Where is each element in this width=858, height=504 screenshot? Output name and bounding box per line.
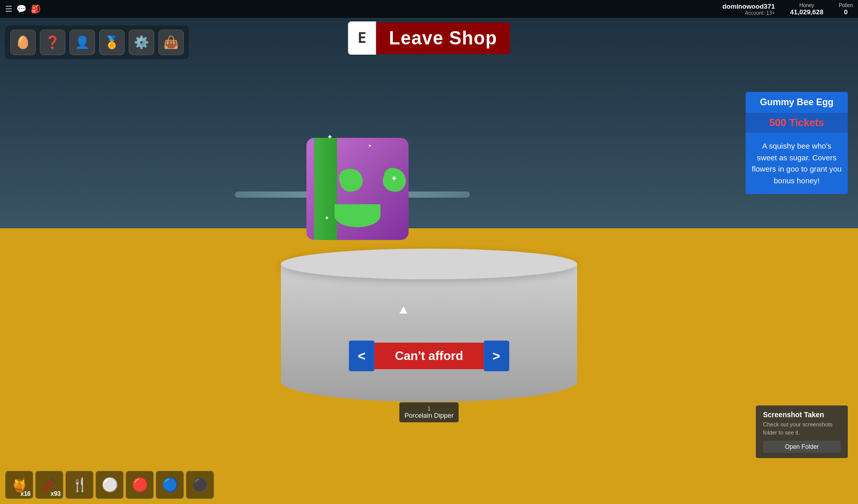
- cube-stripe: [314, 138, 337, 240]
- menu-icon[interactable]: ☰: [5, 4, 12, 14]
- shop-controls: < Can't afford >: [349, 341, 509, 371]
- player-name: dominowood371: [723, 3, 775, 10]
- pedestal-body: [281, 264, 577, 402]
- hotbar-item5[interactable]: 🔴: [126, 471, 154, 499]
- sparkle-2: ✦: [368, 143, 372, 149]
- cube-body: [306, 138, 409, 240]
- hotbar-item4[interactable]: ⚪: [96, 471, 124, 499]
- sparkle-3: ✦: [391, 174, 397, 183]
- egg-toolbar-icon[interactable]: 🥚: [10, 30, 36, 55]
- pedestal: [281, 249, 577, 402]
- screenshot-notification: Screenshot Taken Check out your screensh…: [756, 405, 848, 458]
- next-item-button[interactable]: >: [484, 341, 509, 371]
- chat-icon[interactable]: 💬: [16, 4, 27, 14]
- leave-shop-button[interactable]: E Leave Shop: [348, 21, 510, 55]
- backpack-icon[interactable]: 🎒: [31, 4, 41, 14]
- quest-toolbar-icon[interactable]: ❓: [40, 30, 65, 55]
- hotbar-item7[interactable]: ⚫: [186, 471, 214, 499]
- screenshot-title: Screenshot Taken: [763, 411, 841, 419]
- leave-shop-key: E: [348, 21, 376, 55]
- leave-shop-label: Leave Shop: [376, 22, 510, 54]
- item-info-panel: Gummy Bee Egg 500 Tickets A squishy bee …: [746, 92, 848, 194]
- prev-item-button[interactable]: <: [349, 341, 374, 371]
- pollen-value: 0: [839, 8, 853, 16]
- hotbar-honey[interactable]: 🍯 x16: [5, 471, 33, 499]
- cant-afford-button[interactable]: Can't afford: [374, 343, 484, 369]
- item-panel-price: 500 Tickets: [746, 113, 848, 133]
- hotbar-wand-count: x93: [51, 490, 61, 497]
- player-account: Account: 13+: [723, 10, 775, 16]
- top-navigation-bar: ☰ 💬 🎒 dominowood371 Account: 13+ Honey 4…: [0, 0, 858, 18]
- item-panel-description: A squishy bee who's sweet as sugar. Cove…: [746, 133, 848, 194]
- sparkle-4: ✦: [324, 214, 329, 222]
- screenshot-subtitle: Check out your screenshots folder to see…: [763, 421, 841, 437]
- honey-label: Honey: [790, 3, 823, 8]
- open-folder-button[interactable]: Open Folder: [763, 441, 841, 453]
- gummy-bee-egg-display: ✦ ✦ ✦ ✦: [296, 128, 419, 260]
- cube-mouth: [335, 204, 380, 227]
- left-toolbar: 🥚 ❓ 👤 🏅 ⚙️ 👜: [5, 26, 189, 59]
- sparkle-1: ✦: [327, 133, 333, 141]
- hotbar-wand[interactable]: 🥢 x93: [35, 471, 63, 499]
- item-panel-title: Gummy Bee Egg: [746, 92, 848, 113]
- player-info: dominowood371 Account: 13+: [723, 3, 775, 16]
- honey-stat: Honey 41,029,628: [790, 3, 823, 16]
- character-toolbar-icon[interactable]: 👤: [69, 30, 95, 55]
- top-bar-left: ☰ 💬 🎒: [5, 4, 41, 14]
- item-tooltip-name: Porcelain Dipper: [404, 412, 454, 419]
- item-tooltip: 1 Porcelain Dipper: [399, 402, 459, 422]
- hotbar-honey-count: x16: [20, 490, 31, 497]
- hotbar-dipper[interactable]: 🍴: [65, 471, 93, 499]
- bag-toolbar-icon[interactable]: 👜: [158, 30, 184, 55]
- cube-eye-left: [337, 166, 365, 194]
- pollen-label: Pollen: [839, 3, 853, 8]
- hotbar: 🍯 x16 🥢 x93 🍴 ⚪ 🔴 🔵 ⚫: [5, 471, 214, 499]
- hotbar-item6[interactable]: 🔵: [156, 471, 184, 499]
- top-bar-right: dominowood371 Account: 13+ Honey 41,029,…: [723, 3, 853, 16]
- settings-toolbar-icon[interactable]: ⚙️: [129, 30, 154, 55]
- pollen-stat: Pollen 0: [839, 3, 853, 16]
- honey-value: 41,029,628: [790, 8, 823, 16]
- item-tooltip-count: 1: [404, 405, 454, 412]
- badge-toolbar-icon[interactable]: 🏅: [99, 30, 125, 55]
